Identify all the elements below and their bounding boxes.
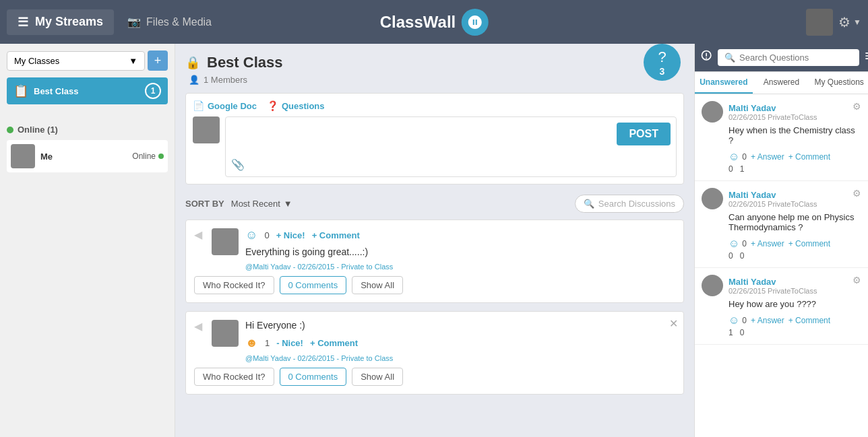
user-avatar[interactable] [806, 9, 833, 36]
right-sidebar: 🔍 Unanswered Answered My Questions ⚙ Mal… [694, 44, 868, 437]
question-counts-1: 0 0 [728, 251, 861, 261]
search-placeholder: Search Discussions [598, 199, 675, 209]
question-user-row-2: Malti Yadav 02/26/2015 PrivateToClass [702, 275, 861, 296]
answer-count-0: 0 [728, 164, 733, 174]
post-tabs: 📄 Google Doc ❓ Questions [193, 100, 677, 111]
comment-button-1[interactable]: + Comment [310, 338, 358, 348]
who-rocked-button-1[interactable]: Who Rocked It? [194, 368, 274, 386]
class-badge: 1 [145, 83, 161, 99]
class-selector: My Classes ▼ + [7, 51, 168, 71]
questions-bubble[interactable]: ? 3 [644, 44, 681, 81]
questions-list: ⚙ Malti Yadav 02/26/2015 PrivateToClass … [695, 94, 868, 437]
question-user-info-0: Malti Yadav 02/26/2015 PrivateToClass [728, 103, 861, 121]
google-doc-tab[interactable]: 📄 Google Doc [193, 100, 257, 111]
like-count-0: 0 [264, 230, 269, 240]
vote-count-0: 0 [742, 152, 747, 162]
question-text-0: Hey when is the Chemistry class ? [728, 125, 861, 145]
question-counts-0: 0 1 [728, 164, 861, 174]
question-gear-2[interactable]: ⚙ [852, 275, 861, 285]
left-arrow-icon-1[interactable]: ◀ [194, 320, 202, 333]
chevron-icon: ▼ [853, 18, 861, 27]
main-layout: My Classes ▼ + 📋 Best Class 1 Online (1)… [0, 44, 868, 437]
tab-my-questions[interactable]: My Questions [810, 72, 868, 94]
questions-search-input[interactable] [739, 53, 852, 63]
post-content-0: ☺ 0 + Nice! + Comment Everything is goin… [245, 228, 675, 271]
discussion-post-0: ◀ ☺ 0 + Nice! + Comment Everything is go… [185, 220, 684, 303]
post-meta-0: @Malti Yadav - 02/26/2015 - Private to C… [245, 263, 675, 271]
post-button[interactable]: POST [617, 123, 671, 145]
post-content-1: Hi Everyone :) ☻ 1 - Nice! + Comment @Ma… [245, 320, 675, 362]
post-textarea[interactable] [230, 121, 672, 162]
comments-count-button-1[interactable]: 0 Comments [280, 368, 347, 386]
class-title: Best Class [207, 54, 283, 71]
question-item-1: ⚙ Malti Yadav 02/26/2015 PrivateToClass … [695, 181, 868, 268]
discussions-search[interactable]: 🔍 Search Discussions [575, 195, 684, 213]
post-avatar-0 [212, 228, 239, 255]
question-item-0: ⚙ Malti Yadav 02/26/2015 PrivateToClass … [695, 94, 868, 181]
post-header-1: ◀ Hi Everyone :) ☻ 1 - Nice! + Comment @… [194, 320, 675, 362]
best-class-item[interactable]: 📋 Best Class 1 [7, 77, 168, 104]
post-box: 📄 Google Doc ❓ Questions POST 📎 [185, 93, 684, 184]
comment-link-2[interactable]: + Comment [788, 316, 830, 325]
answer-link-0[interactable]: + Answer [751, 152, 784, 162]
gear-icon: ⚙ [838, 14, 850, 30]
comment-count-2: 0 [740, 328, 745, 337]
questions-bubble-count: 3 [660, 66, 665, 77]
badge-count: 1 [151, 86, 156, 96]
members-info: 👤 1 Members [189, 75, 684, 85]
questions-icon-button[interactable] [700, 49, 714, 66]
files-media-nav[interactable]: 📷 Files & Media [127, 15, 212, 28]
show-all-button-1[interactable]: Show All [352, 368, 403, 386]
question-counts-2: 1 0 [728, 328, 861, 337]
comments-count-button-0[interactable]: 0 Comments [280, 276, 347, 294]
post-text-0: Everything is going great.....:) [245, 246, 675, 257]
question-gear-1[interactable]: ⚙ [852, 188, 861, 199]
tab-answered[interactable]: Answered [753, 72, 811, 94]
discussion-post-1: ✕ ◀ Hi Everyone :) ☻ 1 - Nice! + Comment… [185, 311, 684, 395]
class-header: 🔒 Best Class [185, 54, 684, 71]
question-gear-0[interactable]: ⚙ [852, 101, 861, 112]
comment-button-0[interactable]: + Comment [312, 230, 360, 240]
expand-icon-button[interactable] [863, 49, 868, 66]
post-header-0: ◀ ☺ 0 + Nice! + Comment Everything is go… [194, 228, 675, 271]
nice-button-1[interactable]: - Nice! [276, 338, 303, 348]
class-dropdown-label: My Classes [14, 56, 59, 66]
left-arrow-icon-0[interactable]: ◀ [194, 228, 202, 241]
questions-tab[interactable]: ❓ Questions [267, 100, 325, 111]
tab-unanswered[interactable]: Unanswered [695, 72, 753, 94]
sort-select[interactable]: Most Recent ▼ [231, 199, 292, 209]
post-footer-1: Who Rocked It? 0 Comments Show All [194, 368, 675, 386]
settings-button[interactable]: ⚙ ▼ [838, 14, 861, 30]
questions-search-box[interactable]: 🔍 [718, 49, 859, 66]
vote-count-2: 0 [742, 316, 747, 325]
nav-right-controls: ⚙ ▼ [806, 9, 861, 36]
answer-link-1[interactable]: + Answer [751, 239, 784, 248]
add-class-button[interactable]: + [148, 51, 168, 71]
comment-link-1[interactable]: + Comment [788, 239, 830, 248]
google-doc-label: Google Doc [208, 101, 257, 111]
my-streams-nav[interactable]: ☰ My Streams [7, 9, 114, 35]
online-user-item: Me Online [7, 140, 168, 172]
vote-icon-2: ☺ [728, 314, 739, 327]
show-all-button-0[interactable]: Show All [352, 276, 403, 294]
post-meta-user-1: @Malti Yadav [245, 354, 291, 362]
nice-button-0[interactable]: + Nice! [276, 230, 305, 240]
sort-chevron-icon: ▼ [284, 199, 292, 209]
post-meta-date-1: - 02/26/2015 - Private to Class [293, 354, 394, 362]
question-actions-1: ☺ 0 + Answer + Comment [728, 238, 861, 250]
sort-label: SORT BY [185, 199, 224, 209]
online-status-dot [158, 154, 164, 159]
question-date-0: 02/26/2015 PrivateToClass [728, 113, 861, 121]
post-actions-1: ☻ 1 - Nice! + Comment [245, 336, 675, 350]
files-media-label: Files & Media [146, 16, 212, 28]
who-rocked-button-0[interactable]: Who Rocked It? [194, 276, 274, 294]
question-user-info-1: Malti Yadav 02/26/2015 PrivateToClass [728, 190, 861, 208]
close-icon-1[interactable]: ✕ [669, 317, 678, 330]
class-dropdown[interactable]: My Classes ▼ [7, 51, 145, 71]
online-header: Online (1) [7, 125, 168, 135]
post-user-avatar [193, 116, 220, 143]
like-count-1: 1 [265, 338, 270, 348]
answer-link-2[interactable]: + Answer [751, 316, 784, 325]
questions-tab-icon: ❓ [267, 100, 278, 111]
comment-link-0[interactable]: + Comment [788, 152, 830, 162]
